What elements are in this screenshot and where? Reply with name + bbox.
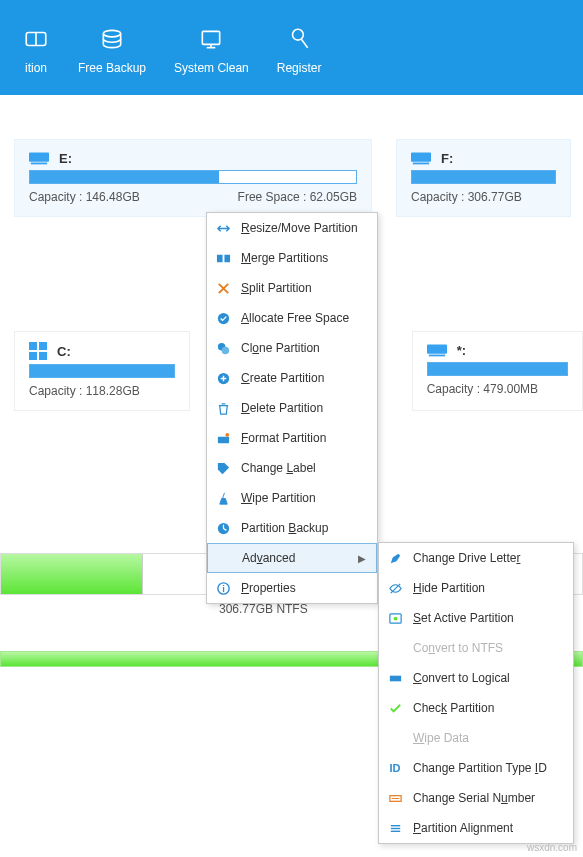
svg-text:i: i	[222, 584, 225, 594]
logical-icon	[387, 670, 403, 686]
svg-rect-10	[411, 153, 431, 162]
svg-rect-12	[29, 342, 37, 350]
submenu-drive-letter[interactable]: Change Drive Letter	[379, 543, 573, 573]
watermark-text: wsxdn.com	[527, 842, 577, 853]
svg-point-6	[293, 29, 304, 40]
submenu-align[interactable]: Partition Alignment	[379, 813, 573, 843]
toolbar-backup-label: Free Backup	[78, 61, 146, 75]
menu-merge[interactable]: Merge Partitions	[207, 243, 377, 273]
submenu-wipe-data: Wipe Data	[379, 723, 573, 753]
capacity-text: Capacity : 306.77GB	[411, 190, 522, 204]
spacer-icon	[387, 730, 403, 746]
capacity-bar	[411, 170, 556, 184]
menu-clone[interactable]: Clone Partition	[207, 333, 377, 363]
capacity-bar	[427, 362, 568, 376]
capacity-bar	[29, 364, 175, 378]
drive-icon	[29, 150, 49, 166]
menu-backup[interactable]: Partition Backup	[207, 513, 377, 543]
capacity-text: Capacity : 118.28GB	[29, 384, 140, 398]
freespace-text: Free Space : 62.05GB	[238, 190, 357, 204]
toolbar-register-button[interactable]: Register	[263, 15, 336, 81]
svg-rect-15	[39, 352, 47, 360]
drive-icon	[427, 342, 447, 358]
main-toolbar: ition Free Backup System Clean Register	[0, 0, 583, 95]
menu-allocate[interactable]: Allocate Free Space	[207, 303, 377, 333]
toolbar-partition-label: ition	[25, 61, 47, 75]
hide-icon	[387, 580, 403, 596]
drive-label: *:	[457, 343, 466, 358]
drive-card-e[interactable]: E: Capacity : 146.48GB Free Space : 62.0…	[14, 139, 372, 217]
svg-point-31	[393, 616, 397, 620]
menu-delete[interactable]: Delete Partition	[207, 393, 377, 423]
menu-resize[interactable]: RResize/Move Partitionesize/Move Partiti…	[207, 213, 377, 243]
delete-icon	[215, 400, 231, 416]
advanced-submenu: Change Drive Letter Hide Partition Set A…	[378, 542, 574, 844]
submenu-active[interactable]: Set Active Partition	[379, 603, 573, 633]
label-icon	[215, 460, 231, 476]
spacer-icon	[387, 640, 403, 656]
id-icon: ID	[387, 760, 403, 776]
svg-rect-32	[389, 675, 400, 681]
create-icon	[215, 370, 231, 386]
svg-rect-13	[39, 342, 47, 350]
capacity-text: Capacity : 146.48GB	[29, 190, 140, 204]
clone-icon	[215, 340, 231, 356]
resize-icon	[215, 220, 231, 236]
merge-icon	[215, 250, 231, 266]
submenu-logical[interactable]: Convert to Logical	[379, 663, 573, 693]
svg-rect-11	[413, 163, 429, 165]
register-icon	[285, 25, 313, 53]
toolbar-clean-button[interactable]: System Clean	[160, 15, 263, 81]
menu-wipe[interactable]: Wipe Partition	[207, 483, 377, 513]
drive-label: E:	[59, 151, 72, 166]
disk-segment[interactable]	[1, 554, 143, 594]
backup-menu-icon	[215, 520, 231, 536]
active-icon	[387, 610, 403, 626]
svg-rect-3	[203, 31, 220, 44]
capacity-bar	[29, 170, 357, 184]
drive-icon	[411, 150, 431, 166]
check-icon	[387, 700, 403, 716]
submenu-arrow-icon: ▶	[358, 553, 366, 564]
drive-card-c[interactable]: C: Capacity : 118.28GB	[14, 331, 190, 411]
disk-segment-label: 306.77GB NTFS	[219, 602, 308, 616]
context-menu: RResize/Move Partitionesize/Move Partiti…	[206, 212, 378, 604]
svg-rect-18	[216, 254, 222, 262]
svg-rect-8	[29, 153, 49, 162]
svg-point-2	[103, 30, 120, 36]
svg-rect-17	[428, 355, 444, 357]
toolbar-register-label: Register	[277, 61, 322, 75]
drive-card-f[interactable]: F: Capacity : 306.77GB	[396, 139, 571, 217]
menu-advanced[interactable]: Advanced▶	[207, 543, 377, 573]
clean-icon	[197, 25, 225, 53]
backup-icon	[98, 25, 126, 53]
svg-rect-9	[31, 163, 47, 165]
drive-card-star[interactable]: *: Capacity : 479.00MB	[412, 331, 583, 411]
format-icon	[215, 430, 231, 446]
menu-create[interactable]: Create Partition	[207, 363, 377, 393]
svg-rect-24	[217, 436, 228, 443]
windows-icon	[29, 342, 47, 360]
svg-point-22	[221, 346, 229, 354]
menu-format[interactable]: Format Partition	[207, 423, 377, 453]
menu-label[interactable]: Change Label	[207, 453, 377, 483]
svg-rect-19	[224, 254, 230, 262]
submenu-serial[interactable]: Change Serial Number	[379, 783, 573, 813]
allocate-icon	[215, 310, 231, 326]
properties-icon: i	[215, 580, 231, 596]
toolbar-partition-button[interactable]: ition	[8, 15, 64, 81]
align-icon	[387, 820, 403, 836]
menu-split[interactable]: Split Partition	[207, 273, 377, 303]
submenu-type-id[interactable]: IDChange Partition Type ID	[379, 753, 573, 783]
split-icon	[215, 280, 231, 296]
toolbar-clean-label: System Clean	[174, 61, 249, 75]
submenu-check[interactable]: Check Partition	[379, 693, 573, 723]
submenu-hide[interactable]: Hide Partition	[379, 573, 573, 603]
capacity-text: Capacity : 479.00MB	[427, 382, 538, 396]
svg-rect-14	[29, 352, 37, 360]
toolbar-backup-button[interactable]: Free Backup	[64, 15, 160, 81]
svg-rect-16	[427, 345, 447, 354]
menu-properties[interactable]: iProperties	[207, 573, 377, 603]
spacer-icon	[216, 550, 232, 566]
edit-icon	[387, 550, 403, 566]
